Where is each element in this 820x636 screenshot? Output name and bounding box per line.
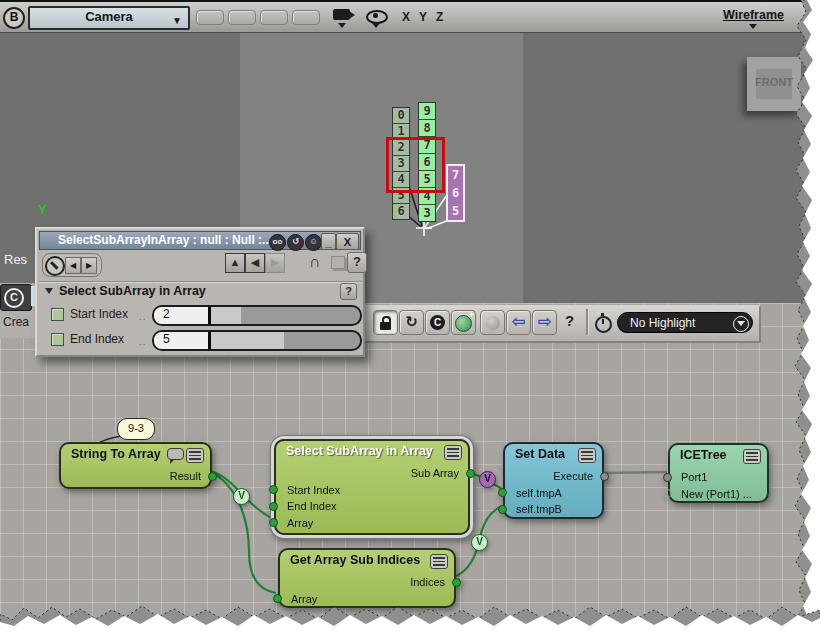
- node-menu-icon[interactable]: [444, 445, 462, 460]
- input-port-dot[interactable]: [269, 502, 278, 511]
- visibility-eye-icon[interactable]: [366, 10, 388, 24]
- port-sub-array[interactable]: Sub Array: [276, 465, 468, 482]
- property-panel-select-subarray[interactable]: SelectSubArrayInArray : null : Null :...…: [35, 227, 365, 357]
- up-level-button[interactable]: ▲: [225, 253, 245, 273]
- view-b-menu-button[interactable]: B: [3, 7, 25, 29]
- camera-view-select[interactable]: Camera ▼: [28, 6, 190, 30]
- section-help-button[interactable]: ?: [340, 283, 357, 300]
- lock-button[interactable]: [373, 310, 398, 335]
- axis-x-toggle[interactable]: X: [402, 10, 410, 24]
- next-arrow-button[interactable]: ▶: [81, 257, 97, 274]
- slider-tick: [208, 307, 211, 324]
- prev-arrow-button[interactable]: ◀: [65, 257, 81, 274]
- axis-z-toggle[interactable]: Z: [436, 10, 443, 24]
- memo-cam-slot-2[interactable]: [228, 10, 256, 25]
- magnet-icon[interactable]: ∩: [309, 253, 321, 271]
- animation-divot[interactable]: [51, 308, 64, 321]
- timer-button[interactable]: [592, 310, 615, 333]
- input-port-dot[interactable]: [663, 489, 672, 498]
- camera-c-button[interactable]: C: [0, 284, 32, 311]
- node-string-to-array[interactable]: String To Array Result: [59, 442, 212, 489]
- refresh-button[interactable]: ↻: [399, 310, 424, 335]
- node-menu-icon[interactable]: [578, 448, 596, 463]
- memo-cam-slot-4[interactable]: [292, 10, 320, 25]
- forward-button[interactable]: ⇨: [532, 310, 557, 335]
- highlight-mode-dropdown[interactable]: No Highlight: [617, 312, 753, 333]
- value-connector[interactable]: V: [233, 488, 250, 505]
- port-self-tmpb[interactable]: self.tmpB: [505, 501, 602, 518]
- node-icetree[interactable]: ICETree Port1 New (Port1) ...: [668, 443, 769, 503]
- collapse-arrow-icon: [45, 288, 53, 294]
- refresh-icon[interactable]: ↺: [287, 234, 304, 251]
- output-port-dot[interactable]: [600, 472, 609, 481]
- chevron-down-icon: [338, 23, 346, 28]
- node-menu-icon[interactable]: [186, 448, 204, 463]
- help-button[interactable]: ?: [558, 310, 581, 333]
- start-index-value[interactable]: 2: [154, 307, 208, 324]
- thumbnail-balloon[interactable]: 9-3: [117, 418, 155, 440]
- y-axis-label: Y: [38, 202, 47, 217]
- camera-icon[interactable]: [333, 9, 350, 20]
- section-header[interactable]: Select SubArray in Array ?: [39, 281, 361, 302]
- port-execute[interactable]: Execute: [505, 468, 602, 485]
- animation-divot[interactable]: [51, 333, 64, 346]
- node-menu-icon[interactable]: [430, 554, 448, 569]
- output-port-dot[interactable]: [466, 469, 475, 478]
- port-end-index[interactable]: End Index: [276, 498, 468, 515]
- input-port-dot[interactable]: [498, 505, 507, 514]
- port-port1[interactable]: Port1: [670, 469, 767, 486]
- help-button[interactable]: ?: [347, 252, 367, 273]
- input-port-dot[interactable]: [273, 594, 282, 603]
- glasses-icon[interactable]: oo: [269, 234, 286, 251]
- node-title-text: Set Data: [515, 447, 565, 461]
- output-port-dot[interactable]: [452, 578, 461, 587]
- lock-icon: [380, 322, 391, 330]
- start-index-slider[interactable]: 2: [152, 305, 362, 326]
- memo-cam-slot-1[interactable]: [196, 10, 224, 25]
- back-button[interactable]: ⇦: [506, 310, 531, 335]
- array-cell: 8: [419, 120, 435, 137]
- history-back-button[interactable]: ◀: [245, 253, 265, 273]
- array-cell: 3: [419, 205, 435, 221]
- slider-fill: [208, 332, 284, 349]
- port-array[interactable]: Array: [276, 515, 468, 532]
- value-connector-purple[interactable]: V: [479, 471, 496, 488]
- axis-y-toggle[interactable]: Y: [419, 10, 427, 24]
- array-cell: 0: [393, 108, 409, 124]
- minimize-button[interactable]: _: [321, 233, 336, 250]
- port-start-index[interactable]: Start Index: [276, 482, 468, 499]
- key-icon[interactable]: [45, 256, 65, 276]
- param-label: Start Index: [70, 307, 128, 321]
- end-index-value[interactable]: 5: [154, 332, 208, 349]
- port-self-tmpa[interactable]: self.tmpA: [505, 485, 602, 502]
- input-port-dot[interactable]: [269, 518, 278, 527]
- constant-button[interactable]: C: [425, 310, 450, 335]
- node-title: Get Array Sub Indices: [280, 550, 454, 574]
- port-new-port1[interactable]: New (Port1) ...: [670, 486, 767, 503]
- end-index-slider[interactable]: 5: [152, 330, 362, 351]
- panel-titlebar[interactable]: SelectSubArrayInArray : null : Null :...…: [39, 231, 361, 250]
- close-button[interactable]: X: [336, 233, 359, 250]
- user-icon[interactable]: ☺: [305, 234, 322, 251]
- node-select-subarray-in-array[interactable]: Select SubArray in Array Sub Array Start…: [274, 439, 470, 535]
- node-set-data[interactable]: Set Data Execute self.tmpA self.tmpB: [503, 442, 604, 519]
- array-cell: 6: [448, 184, 463, 202]
- port-array[interactable]: Array: [280, 591, 454, 608]
- output-port-dot[interactable]: [208, 472, 217, 481]
- input-port-dot[interactable]: [498, 488, 507, 497]
- node-get-array-sub-indices[interactable]: Get Array Sub Indices Indices Array: [278, 548, 456, 608]
- port-indices[interactable]: Indices: [280, 574, 454, 591]
- node-menu-icon[interactable]: [743, 449, 761, 464]
- memo-cam-slot-3[interactable]: [260, 10, 288, 25]
- display-mode-menu[interactable]: Wireframe: [723, 8, 784, 22]
- subarray-highlight-box: [386, 137, 445, 193]
- input-port-dot[interactable]: [663, 473, 672, 482]
- input-port-dot[interactable]: [269, 485, 278, 494]
- comment-bubble-icon[interactable]: [167, 448, 184, 460]
- value-connector[interactable]: V: [471, 534, 488, 551]
- port-result[interactable]: Result: [61, 468, 210, 485]
- globe-button[interactable]: [451, 310, 476, 335]
- resolution-label: Res: [4, 252, 27, 267]
- sphere-icon: [486, 316, 500, 330]
- subarray-result-column: 7 6 5: [446, 164, 465, 222]
